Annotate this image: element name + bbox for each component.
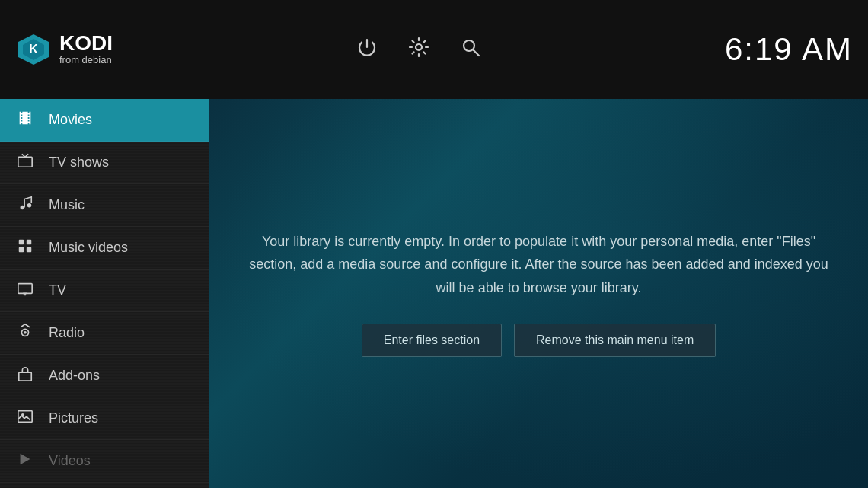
svg-marker-21 bbox=[21, 454, 30, 465]
content-panel: Your library is currently empty. In orde… bbox=[209, 99, 868, 488]
settings-icon[interactable] bbox=[408, 37, 429, 63]
svg-rect-6 bbox=[18, 157, 32, 167]
svg-rect-9 bbox=[19, 240, 24, 244]
movies-icon bbox=[15, 110, 35, 130]
sidebar-label-tvshows: TV shows bbox=[49, 155, 109, 171]
music-icon bbox=[15, 195, 35, 215]
svg-rect-11 bbox=[19, 247, 24, 252]
top-bar: K KODI from debian 6:19 AM bbox=[0, 0, 868, 99]
sidebar-label-videos: Videos bbox=[49, 453, 91, 469]
sidebar-item-tvshows[interactable]: TV shows bbox=[0, 142, 209, 184]
tvshows-icon bbox=[15, 152, 35, 173]
addons-icon bbox=[15, 365, 35, 386]
sidebar-item-videos[interactable]: Videos bbox=[0, 440, 209, 483]
pictures-icon bbox=[15, 408, 35, 429]
kodi-logo-icon: K bbox=[15, 31, 52, 68]
time-display: 6:19 AM bbox=[725, 31, 853, 68]
sidebar-label-music: Music bbox=[49, 197, 85, 213]
svg-point-17 bbox=[24, 331, 27, 334]
sidebar-label-radio: Radio bbox=[49, 325, 85, 341]
sidebar-label-pictures: Pictures bbox=[49, 410, 98, 426]
svg-text:K: K bbox=[29, 43, 38, 56]
musicvideos-icon bbox=[15, 238, 35, 258]
svg-point-8 bbox=[27, 203, 32, 208]
svg-rect-10 bbox=[27, 240, 31, 244]
sidebar-item-tv[interactable]: TV bbox=[0, 270, 209, 312]
sidebar-item-musicvideos[interactable]: Music videos bbox=[0, 227, 209, 270]
sidebar-item-addons[interactable]: Add-ons bbox=[0, 355, 209, 397]
tv-icon bbox=[15, 280, 35, 301]
search-icon[interactable] bbox=[460, 37, 481, 63]
kodi-brand-label: KODI bbox=[59, 33, 113, 54]
svg-point-7 bbox=[21, 206, 24, 210]
sidebar-item-music[interactable]: Music bbox=[0, 184, 209, 227]
sidebar-label-addons: Add-ons bbox=[49, 368, 100, 384]
sidebar-label-musicvideos: Music videos bbox=[49, 240, 128, 256]
svg-rect-13 bbox=[18, 284, 32, 294]
action-buttons: Enter files section Remove this main men… bbox=[242, 324, 836, 357]
top-icons bbox=[356, 37, 481, 63]
logo-area: K KODI from debian bbox=[15, 31, 113, 68]
sidebar-item-pictures[interactable]: Pictures bbox=[0, 397, 209, 440]
videos-icon bbox=[15, 451, 35, 471]
remove-menu-item-button[interactable]: Remove this main menu item bbox=[514, 324, 716, 357]
sidebar-label-movies: Movies bbox=[49, 112, 92, 128]
logo-text: KODI from debian bbox=[59, 33, 113, 66]
svg-point-3 bbox=[416, 44, 422, 50]
power-icon[interactable] bbox=[356, 37, 378, 63]
sidebar-item-radio[interactable]: Radio bbox=[0, 312, 209, 355]
main-content: Movies TV shows Music Music videos bbox=[0, 99, 868, 488]
sidebar: Movies TV shows Music Music videos bbox=[0, 99, 209, 488]
svg-rect-18 bbox=[19, 372, 32, 381]
library-empty-text: Your library is currently empty. In orde… bbox=[242, 230, 836, 300]
sidebar-item-movies[interactable]: Movies bbox=[0, 99, 209, 142]
svg-line-5 bbox=[473, 49, 479, 56]
library-message: Your library is currently empty. In orde… bbox=[242, 230, 836, 358]
radio-icon bbox=[15, 323, 35, 343]
kodi-subtitle-label: from debian bbox=[59, 54, 113, 66]
svg-rect-12 bbox=[27, 247, 31, 252]
sidebar-label-tv: TV bbox=[49, 282, 66, 298]
enter-files-button[interactable]: Enter files section bbox=[362, 324, 502, 357]
